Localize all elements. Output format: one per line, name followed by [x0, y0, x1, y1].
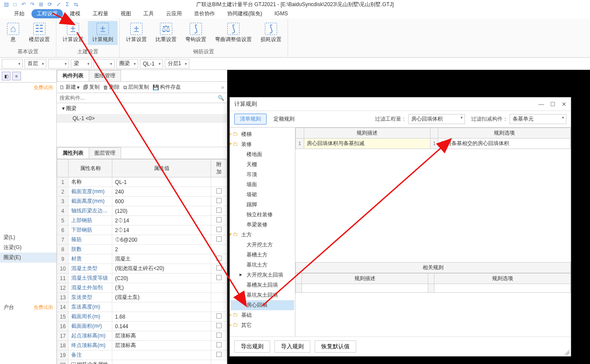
menu-IGMS[interactable]: IGMS [269, 10, 293, 17]
tree-item[interactable]: 大开挖土方 [231, 240, 294, 250]
selector[interactable]: 首层 [24, 59, 46, 69]
side-tab-icon[interactable]: ◧ [2, 72, 10, 80]
checkbox[interactable] [216, 198, 222, 203]
selector[interactable]: 圈梁 [116, 59, 138, 69]
ribbon-计算设置[interactable]: ±计算设置 [121, 21, 151, 45]
property-row[interactable]: 16截面面积(m²)0.144 [57, 322, 227, 331]
tree-item[interactable]: 房心回填 [231, 300, 294, 310]
layer-copy-button[interactable]: ⧉ 层间复制 [123, 83, 149, 91]
tree-item[interactable]: 踢脚 [231, 200, 294, 210]
tree-child[interactable]: QL-1 <0> [57, 114, 227, 123]
tree-item[interactable]: 天棚 [231, 159, 294, 170]
menu-造价协作[interactable]: 造价协作 [189, 9, 220, 18]
search-icon[interactable]: 🔍 [218, 95, 224, 101]
selector[interactable] [2, 59, 23, 69]
menu-云应用[interactable]: 云应用 [161, 9, 187, 18]
tree-item[interactable]: 墙裙 [231, 190, 294, 200]
property-row[interactable]: 14泵送高度(m) [57, 302, 227, 312]
menu-工具[interactable]: 工具 [138, 9, 159, 18]
property-row[interactable]: 15截面周长(m)1.68 [57, 312, 227, 322]
checkbox[interactable] [216, 217, 222, 222]
qat-icon[interactable]: ⇆ [73, 1, 80, 8]
property-row[interactable]: 12混凝土外加剂(无) [57, 283, 227, 293]
checkbox[interactable] [216, 342, 222, 347]
property-row[interactable]: 19备注 [57, 350, 227, 360]
tree-item[interactable]: 基坑土方 [231, 260, 294, 270]
property-row[interactable]: 1名称QL-1 [57, 177, 227, 187]
tab-layer-manage[interactable]: 图层管理 [89, 147, 121, 159]
checkbox[interactable] [216, 208, 222, 213]
qat-icon[interactable]: ↷ [29, 1, 36, 8]
tree-item[interactable]: 基坑灰土回填 [231, 290, 294, 300]
selector[interactable]: 梁 [71, 59, 92, 69]
menu-工程量[interactable]: 工程量 [87, 9, 114, 18]
tree-item[interactable]: 装修 [231, 139, 294, 149]
property-row[interactable]: 4轴线距梁左边...(120) [57, 206, 227, 216]
minimize-icon[interactable]: — [538, 101, 544, 107]
checkbox[interactable] [216, 236, 222, 242]
restore-default-button[interactable]: 恢复默认值 [315, 340, 356, 353]
tree-item[interactable]: 土方 [231, 230, 294, 240]
checkbox[interactable] [216, 313, 222, 319]
qat-icon[interactable]: Σ [64, 1, 71, 8]
checkbox[interactable] [216, 352, 222, 357]
qat-icon[interactable]: ↶ [20, 1, 27, 8]
menu-工程设置[interactable]: 工程设置 [31, 9, 63, 18]
side-item[interactable]: 户台 免费试用 [0, 302, 56, 313]
tree-item[interactable]: 单梁装修 [231, 220, 294, 230]
menu-开始[interactable]: 开始 [9, 9, 30, 18]
store-button[interactable]: 💾 构件存盘 [153, 83, 181, 91]
tree-item[interactable]: 其它 [231, 320, 294, 330]
rule-row[interactable]: 1 房心回填体积与条基扣减 1 扣与条基相交的房心回填体积 [296, 139, 571, 149]
checkbox[interactable] [216, 256, 222, 261]
ribbon-息[interactable]: ⌂息 [2, 21, 24, 45]
tab-drawing-manage[interactable]: 图纸管理 [89, 70, 121, 81]
copy-button[interactable]: 🗐 复制 [83, 83, 100, 91]
tree-item[interactable]: 基础 [231, 310, 294, 320]
selector[interactable]: 分层1 [165, 59, 190, 69]
tree-item[interactable]: 墙面 [231, 180, 294, 190]
qat-icon[interactable]: ▤ [3, 1, 10, 8]
qat-icon[interactable]: ⤢ [55, 1, 62, 8]
side-tab-icon[interactable]: ≡ [12, 72, 21, 80]
property-row[interactable]: 17起点顶标高(m)层顶标高 [57, 331, 227, 341]
property-row[interactable]: 2截面宽度(mm)240 [57, 187, 227, 197]
side-item[interactable]: 免费试用 [0, 83, 56, 93]
tree-item[interactable]: 基槽土方 [231, 250, 294, 260]
export-rule-button[interactable]: 导出规则 [234, 340, 270, 353]
qat-icon[interactable]: ⊞ [38, 1, 45, 8]
tree-item[interactable]: 楼地面 [231, 149, 294, 159]
side-category[interactable]: 梁(L) [0, 232, 56, 243]
property-row[interactable]: 3截面高度(mm)600 [57, 197, 227, 206]
ribbon-比重设置[interactable]: ⚖比重设置 [151, 21, 181, 45]
property-row[interactable]: 6下部钢筋2⏀14 [57, 225, 227, 235]
selector[interactable]: QL-1 [140, 59, 163, 69]
side-category[interactable]: 圈梁(E) [0, 253, 56, 263]
checkbox[interactable] [216, 275, 222, 280]
checkbox[interactable] [216, 265, 222, 270]
property-row[interactable]: 13泵送类型(混凝土泵) [57, 293, 227, 302]
tree-item[interactable]: 基槽灰土回填 [231, 280, 294, 290]
ribbon-计算设置[interactable]: ±计算设置 [58, 21, 88, 45]
tab-property-list[interactable]: 属性列表 [57, 147, 89, 159]
tree-item[interactable]: 楼梯 [231, 129, 294, 139]
qat-icon[interactable]: ⟳ [46, 1, 53, 8]
menu-视图[interactable]: 视图 [115, 9, 136, 18]
checkbox[interactable] [216, 188, 222, 194]
property-row[interactable]: 10混凝土类型(现浇混凝土碎石<20) [57, 264, 227, 274]
property-row[interactable]: 18终点顶标高(m)层顶标高 [57, 341, 227, 350]
menu-协同建模(限免)[interactable]: 协同建模(限免) [222, 9, 267, 18]
side-category[interactable]: 连梁(G) [0, 243, 56, 253]
ribbon-弯曲调整值设置[interactable]: ⟆弯曲调整值设置 [211, 21, 256, 45]
deduct-select[interactable]: 条基单元 [510, 114, 566, 124]
selector[interactable] [94, 59, 115, 69]
search-input[interactable] [59, 95, 218, 101]
ribbon-计算规则[interactable]: ±计算规则 [88, 21, 118, 45]
maximize-icon[interactable]: ☐ [550, 101, 555, 107]
tree-item[interactable]: 独立柱装修 [231, 210, 294, 220]
property-row[interactable]: 7箍筋⏀6@200 [57, 235, 227, 245]
filter-select[interactable]: 房心回填体积 [408, 114, 465, 124]
property-row[interactable]: 9材质混凝土 [57, 254, 227, 264]
tree-item[interactable]: 吊顶 [231, 170, 294, 180]
checkbox[interactable] [216, 333, 222, 338]
